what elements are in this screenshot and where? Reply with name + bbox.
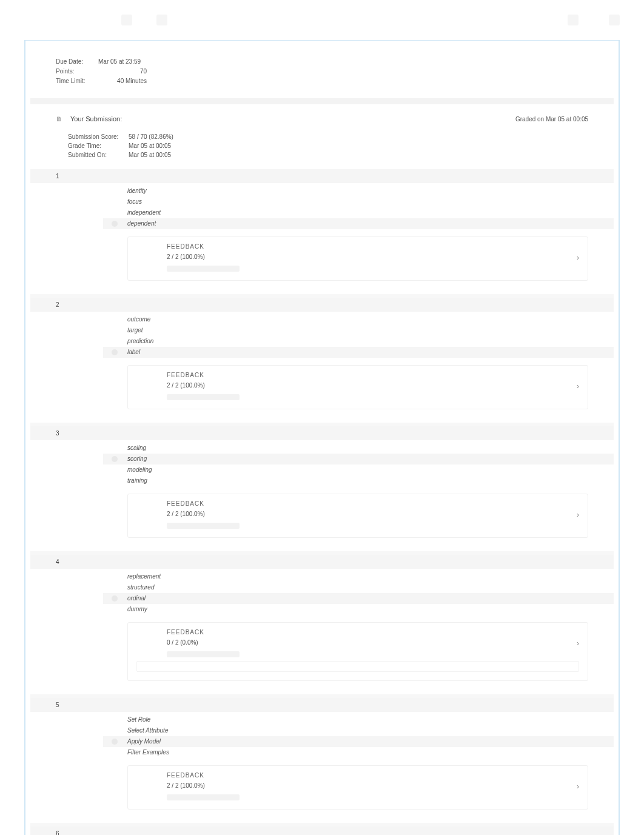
submitted-on-value: Mar 05 at 00:05: [129, 152, 171, 158]
submission-score-label: Submission Score:: [68, 133, 129, 140]
points-value: 70: [98, 68, 147, 75]
question-options: replacementstructuredordinaldummy: [30, 569, 614, 617]
answer-option[interactable]: independent: [127, 207, 614, 218]
quiz-meta: Due Date: Mar 05 at 23:59 Points: 70 Tim…: [25, 40, 619, 98]
redacted-line: [167, 794, 240, 800]
redacted-line: [167, 651, 240, 657]
toolbar-icon[interactable]: [609, 15, 620, 25]
question-number: 4: [30, 555, 614, 569]
due-date-label: Due Date:: [56, 58, 98, 65]
submitted-on-label: Submitted On:: [68, 152, 129, 158]
redacted-line: [167, 523, 240, 529]
time-limit-label: Time Limit:: [56, 78, 98, 84]
answer-option[interactable]: label: [103, 347, 614, 358]
answer-option[interactable]: Apply Model: [103, 736, 614, 747]
answer-option[interactable]: target: [127, 325, 614, 336]
question-number: 6: [30, 827, 614, 835]
answer-option[interactable]: dummy: [127, 604, 614, 615]
feedback-label: FEEDBACK: [167, 629, 579, 635]
question: 4replacementstructuredordinaldummyFEEDBA…: [30, 555, 614, 681]
section-divider: [30, 98, 614, 104]
question-options: Set RoleSelect AttributeApply ModelFilte…: [30, 712, 614, 760]
question-score: 0 / 2 (0.0%): [167, 639, 198, 646]
feedback-box: FEEDBACK2 / 2 (100.0%)›: [127, 365, 588, 409]
document-icon: 🗎: [56, 115, 62, 122]
submission-title: Your Submission:: [70, 115, 122, 122]
graded-on: Graded on Mar 05 at 00:05: [515, 116, 588, 122]
submission-info: Submission Score: 58 / 70 (82.86%) Grade…: [25, 129, 619, 169]
time-limit-value: 40 Minutes: [98, 78, 147, 84]
grade-time-value: Mar 05 at 00:05: [129, 143, 171, 149]
answer-option[interactable]: modeling: [127, 464, 614, 475]
submission-header: 🗎 Your Submission: Graded on Mar 05 at 0…: [25, 104, 619, 129]
question-number: 2: [30, 298, 614, 312]
feedback-box: FEEDBACK2 / 2 (100.0%)›: [127, 765, 588, 810]
answer-option[interactable]: replacement: [127, 571, 614, 582]
toolbar-icon[interactable]: [121, 15, 132, 25]
redacted-line: [167, 266, 240, 272]
expand-icon[interactable]: ›: [577, 382, 579, 391]
feedback-label: FEEDBACK: [167, 772, 579, 779]
expand-icon[interactable]: ›: [577, 782, 579, 791]
feedback-box: FEEDBACK0 / 2 (0.0%)›: [127, 622, 588, 681]
grade-time-label: Grade Time:: [68, 143, 129, 149]
question-score: 2 / 2 (100.0%): [167, 253, 205, 260]
question-options: outcometargetpredictionlabel: [30, 312, 614, 360]
question: 3scalingscoringmodelingtrainingFEEDBACK2…: [30, 426, 614, 538]
redacted-line: [167, 394, 240, 400]
question-options: identityfocusindependentdependent: [30, 183, 614, 232]
answer-option[interactable]: identity: [127, 186, 614, 196]
expand-icon[interactable]: ›: [577, 253, 579, 262]
due-date-value: Mar 05 at 23:59: [98, 58, 147, 65]
question-number: 3: [30, 426, 614, 440]
page-container: Due Date: Mar 05 at 23:59 Points: 70 Tim…: [24, 40, 620, 835]
question: 2outcometargetpredictionlabelFEEDBACK2 /…: [30, 298, 614, 409]
answer-option[interactable]: focus: [127, 196, 614, 207]
answer-option[interactable]: outcome: [127, 314, 614, 325]
feedback-box: FEEDBACK2 / 2 (100.0%)›: [127, 494, 588, 538]
question: 5Set RoleSelect AttributeApply ModelFilt…: [30, 698, 614, 810]
submission-score-value: 58 / 70 (82.86%): [129, 133, 173, 140]
feedback-label: FEEDBACK: [167, 500, 579, 507]
question-number: 1: [30, 169, 614, 183]
answer-option[interactable]: prediction: [127, 336, 614, 347]
top-toolbar: [0, 0, 644, 40]
answer-option[interactable]: dependent: [103, 218, 614, 229]
feedback-box: FEEDBACK2 / 2 (100.0%)›: [127, 236, 588, 281]
answer-option[interactable]: structured: [127, 582, 614, 593]
answer-option[interactable]: Filter Examples: [127, 747, 614, 758]
question: 1identityfocusindependentdependentFEEDBA…: [30, 169, 614, 281]
question-score: 2 / 2 (100.0%): [167, 782, 205, 789]
expand-icon[interactable]: ›: [577, 639, 579, 648]
feedback-label: FEEDBACK: [167, 243, 579, 250]
answer-option[interactable]: ordinal: [103, 593, 614, 604]
answer-option[interactable]: Set Role: [127, 714, 614, 725]
feedback-label: FEEDBACK: [167, 372, 579, 378]
answer-option[interactable]: training: [127, 475, 614, 486]
question-score: 2 / 2 (100.0%): [167, 382, 205, 389]
question-score: 2 / 2 (100.0%): [167, 511, 205, 517]
question-options: scalingscoringmodelingtraining: [30, 440, 614, 489]
toolbar-icon[interactable]: [568, 15, 579, 25]
points-label: Points:: [56, 68, 98, 75]
expand-icon[interactable]: ›: [577, 511, 579, 519]
answer-option[interactable]: scaling: [127, 443, 614, 454]
answer-option[interactable]: scoring: [103, 454, 614, 464]
question: 6: [30, 827, 614, 835]
answer-option[interactable]: Select Attribute: [127, 725, 614, 736]
feedback-extra: [136, 661, 579, 672]
question-number: 5: [30, 698, 614, 712]
toolbar-icon[interactable]: [156, 15, 167, 25]
